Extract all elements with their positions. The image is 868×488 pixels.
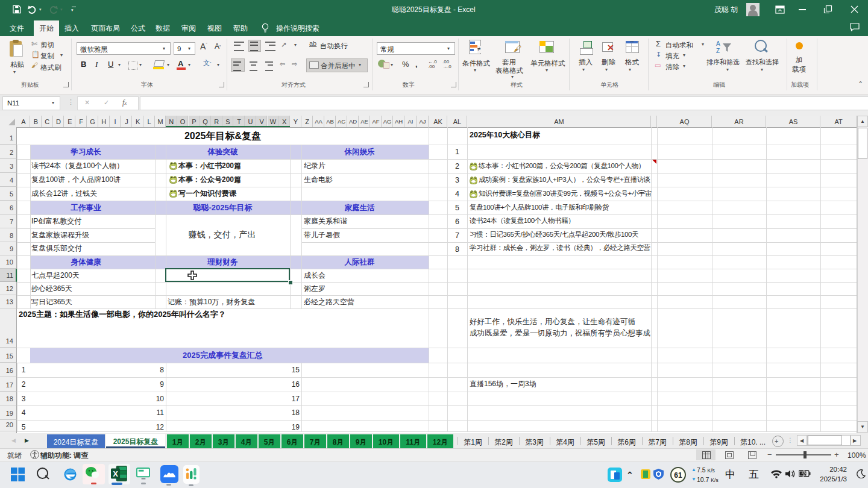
svg-text:X: X xyxy=(113,469,118,478)
svg-text:Z: Z xyxy=(716,48,720,54)
svg-text:A: A xyxy=(716,40,720,47)
